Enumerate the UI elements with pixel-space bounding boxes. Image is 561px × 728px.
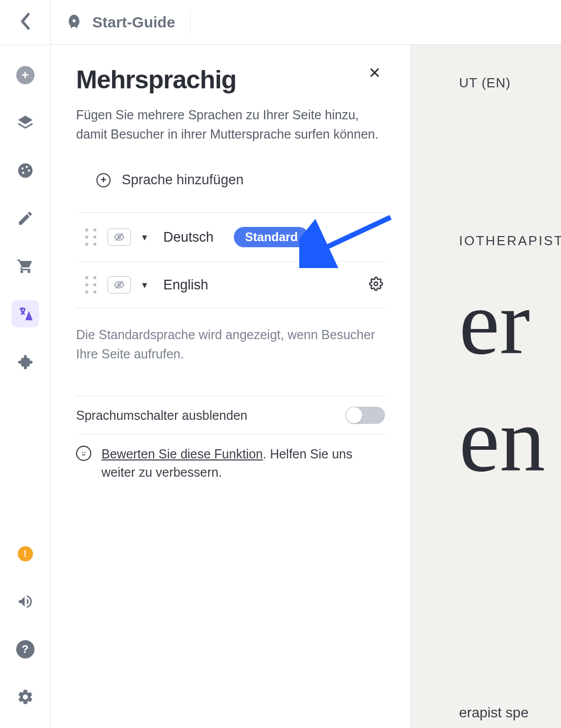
visibility-toggle[interactable] bbox=[108, 276, 131, 293]
content-area: Mehrsprachig ✕ Fügen Sie mehrere Sprache… bbox=[51, 45, 561, 728]
preview-nav-item: UT (EN) bbox=[459, 75, 561, 91]
sections-button[interactable] bbox=[12, 109, 39, 137]
feedback-link[interactable]: Bewerten Sie diese Funktion bbox=[101, 447, 263, 461]
expand-toggle[interactable]: ▾ bbox=[142, 231, 147, 243]
panel-description: Fügen Sie mehrere Sprachen zu Ihrer Seit… bbox=[76, 106, 385, 144]
sidebar-nav: + bbox=[12, 45, 39, 540]
visibility-toggle[interactable] bbox=[108, 228, 131, 246]
rocket-icon bbox=[65, 13, 83, 31]
default-language-hint: Die Standardsprache wird angezeigt, wenn… bbox=[76, 325, 385, 363]
sidebar: + ! bbox=[0, 0, 51, 728]
svg-point-4 bbox=[22, 172, 24, 174]
preview-headline-2: en bbox=[459, 396, 561, 483]
help-icon: ? bbox=[16, 640, 34, 658]
expand-toggle[interactable]: ▾ bbox=[142, 279, 147, 291]
plus-icon: + bbox=[96, 173, 111, 187]
hide-switcher-row: Sprachumschalter ausblenden bbox=[76, 396, 385, 435]
language-row: ▾ Deutsch Standard bbox=[76, 212, 385, 261]
add-element-button[interactable]: + bbox=[12, 61, 39, 89]
drag-handle[interactable] bbox=[76, 228, 96, 246]
add-language-label: Sprache hinzufügen bbox=[122, 172, 243, 188]
svg-point-11 bbox=[85, 452, 85, 453]
svg-point-9 bbox=[374, 282, 378, 286]
back-button[interactable] bbox=[0, 12, 50, 45]
design-button[interactable] bbox=[12, 157, 39, 184]
default-badge: Standard bbox=[234, 227, 309, 247]
add-language-button[interactable]: + Sprache hinzufügen bbox=[76, 172, 385, 188]
language-name: Deutsch bbox=[163, 229, 214, 245]
multilingual-panel: Mehrsprachig ✕ Fügen Sie mehrere Sprache… bbox=[51, 45, 411, 728]
main-area: Start-Guide Mehrsprachig ✕ Fügen Sie meh… bbox=[51, 0, 561, 728]
language-row: ▾ English bbox=[76, 261, 385, 308]
app-root: + ! bbox=[0, 0, 561, 728]
eye-off-icon bbox=[114, 231, 125, 243]
warning-icon: ! bbox=[18, 546, 33, 561]
panel-title: Mehrsprachig bbox=[76, 65, 236, 94]
drag-handle[interactable] bbox=[76, 276, 96, 293]
announce-button[interactable] bbox=[12, 588, 39, 615]
start-guide-link[interactable]: Start-Guide bbox=[65, 10, 191, 35]
svg-point-2 bbox=[25, 166, 27, 168]
svg-point-1 bbox=[21, 168, 23, 170]
language-list: ▾ Deutsch Standard ▾ English bbox=[76, 212, 385, 308]
start-guide-label: Start-Guide bbox=[92, 14, 175, 31]
svg-point-10 bbox=[82, 452, 83, 453]
settings-button[interactable] bbox=[12, 683, 39, 711]
topbar: Start-Guide bbox=[51, 0, 561, 45]
preview-headline-1: er bbox=[459, 279, 561, 366]
languages-button[interactable] bbox=[12, 300, 39, 327]
plugins-button[interactable] bbox=[12, 348, 39, 375]
svg-point-0 bbox=[18, 163, 32, 178]
alerts-button[interactable]: ! bbox=[12, 540, 39, 568]
sidebar-bottom: ! ? bbox=[12, 540, 39, 728]
smiley-icon bbox=[76, 446, 91, 461]
gear-icon bbox=[369, 277, 383, 291]
preview-para: erapist spe n is to help lling lives. bbox=[459, 702, 561, 728]
feedback-text: Bewerten Sie diese Funktion. Helfen Sie … bbox=[101, 445, 385, 482]
language-settings-button[interactable] bbox=[369, 277, 383, 293]
shop-button[interactable] bbox=[12, 252, 39, 280]
plus-circle-icon: + bbox=[16, 66, 34, 84]
language-name: English bbox=[163, 277, 208, 293]
feedback-row: Bewerten Sie diese Funktion. Helfen Sie … bbox=[76, 445, 385, 482]
svg-point-3 bbox=[27, 170, 29, 172]
hide-switcher-label: Sprachumschalter ausblenden bbox=[76, 408, 248, 423]
edit-button[interactable] bbox=[12, 205, 39, 232]
help-button[interactable]: ? bbox=[12, 636, 39, 663]
preview-subhead: IOTHERAPIST bbox=[459, 233, 561, 249]
site-preview: UT (EN) IOTHERAPIST er en erapist spe n … bbox=[411, 45, 561, 728]
close-button[interactable]: ✕ bbox=[364, 62, 385, 84]
hide-switcher-toggle[interactable] bbox=[345, 407, 385, 424]
eye-off-icon bbox=[114, 279, 125, 290]
